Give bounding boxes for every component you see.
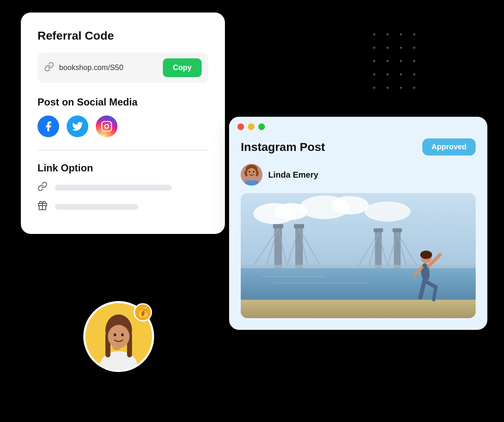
decoration-dot (373, 33, 375, 35)
svg-rect-29 (294, 224, 304, 228)
decoration-dot (413, 73, 415, 75)
decoration-dot (400, 73, 402, 75)
svg-point-18 (253, 171, 254, 173)
link-option-bar-2 (55, 204, 138, 210)
svg-point-53 (420, 251, 432, 259)
coin-badge: 💰 (134, 303, 152, 322)
svg-rect-47 (241, 268, 476, 302)
decoration-dot (400, 60, 402, 62)
svg-rect-46 (241, 265, 476, 268)
referral-input-row: bookshop.com/S50 Copy (37, 53, 208, 83)
decoration-dot (387, 87, 389, 89)
svg-rect-28 (273, 224, 283, 228)
svg-point-9 (121, 334, 124, 337)
decoration-dot (387, 47, 389, 49)
decoration-dot (413, 47, 415, 49)
link-option-rows (37, 181, 208, 213)
decoration-dot (400, 33, 402, 35)
link-icon (44, 62, 54, 74)
ig-post-title: Instagram Post (241, 141, 325, 154)
link-option-icon-2 (37, 201, 49, 213)
window-bar (229, 117, 487, 130)
decoration-dot (387, 73, 389, 75)
decoration-dot (413, 33, 415, 35)
divider (37, 150, 208, 151)
window-maximize-button[interactable] (258, 123, 265, 130)
decoration-dot (373, 60, 375, 62)
referral-url-text: bookshop.com/S50 (59, 63, 158, 72)
ig-post-image (241, 193, 476, 318)
svg-point-16 (247, 168, 256, 178)
instagram-post-card: Instagram Post Approved (229, 117, 487, 330)
svg-rect-38 (374, 229, 383, 232)
svg-line-58 (434, 287, 436, 300)
svg-point-8 (114, 334, 116, 337)
decoration-dot (373, 73, 375, 75)
twitter-icon[interactable] (67, 116, 88, 137)
referral-code-title: Referral Code (37, 29, 208, 43)
link-option-bar-1 (55, 185, 172, 191)
window-close-button[interactable] (237, 123, 244, 130)
referral-card: Referral Code bookshop.com/S50 Copy Post… (21, 13, 225, 234)
instagram-icon[interactable] (96, 116, 117, 137)
decoration-dot (387, 60, 389, 62)
svg-rect-50 (241, 300, 476, 318)
user-avatar-wrap: 💰 (83, 301, 154, 372)
link-option-row-2 (37, 201, 208, 213)
link-option-icon-1 (37, 181, 49, 194)
svg-point-17 (249, 171, 250, 173)
decoration-dot (373, 87, 375, 89)
decoration-dot (400, 47, 402, 49)
copy-button[interactable]: Copy (163, 58, 202, 77)
svg-point-25 (364, 201, 411, 221)
author-avatar (241, 164, 262, 186)
link-option-title: Link Option (37, 162, 208, 174)
ig-post-content: Instagram Post Approved (229, 130, 487, 330)
scene: // Will render dots via JS below Referra… (0, 0, 504, 422)
svg-rect-39 (393, 229, 402, 232)
window-minimize-button[interactable] (248, 123, 254, 130)
decoration-dot (387, 33, 389, 35)
decoration-dot (413, 60, 415, 62)
approved-badge: Approved (422, 138, 476, 156)
ig-post-header: Instagram Post Approved (241, 138, 476, 156)
svg-point-24 (331, 196, 369, 214)
social-media-title: Post on Social Media (37, 96, 208, 108)
decoration-dot (413, 87, 415, 89)
author-name: Linda Emery (268, 170, 318, 180)
svg-rect-19 (245, 181, 258, 186)
link-option-row-1 (37, 181, 208, 194)
svg-rect-0 (102, 121, 111, 131)
dot-grid-decoration: // Will render dots via JS below (373, 33, 421, 94)
decoration-dot (400, 87, 402, 89)
svg-point-10 (112, 344, 121, 350)
ig-author-row: Linda Emery (241, 164, 476, 186)
decoration-dot (373, 47, 375, 49)
facebook-icon[interactable] (37, 116, 59, 137)
social-icons-row (37, 116, 208, 137)
